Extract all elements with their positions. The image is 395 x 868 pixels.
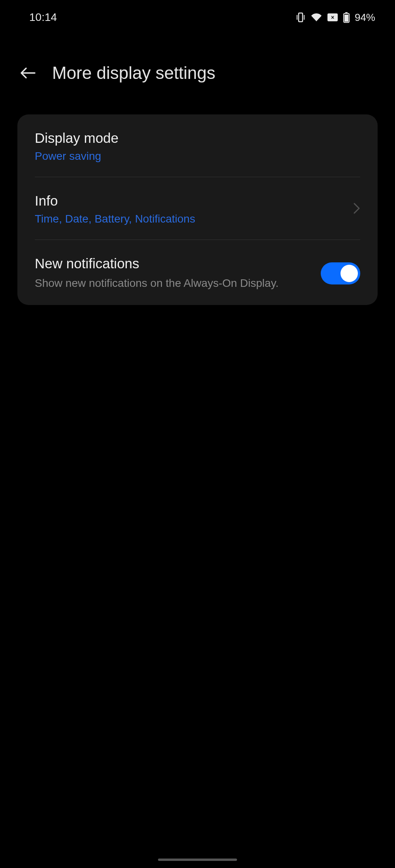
sim-icon: × xyxy=(327,13,338,22)
setting-subtitle: Time, Date, Battery, Notifications xyxy=(35,213,353,225)
setting-text: New notifications Show new notifications… xyxy=(35,256,321,291)
status-icons: × 94% xyxy=(295,11,375,24)
setting-title: Info xyxy=(35,193,353,209)
home-indicator[interactable] xyxy=(158,859,237,861)
setting-title: Display mode xyxy=(35,130,360,146)
status-time: 10:14 xyxy=(29,11,57,24)
vibrate-icon xyxy=(295,12,306,23)
arrow-left-icon xyxy=(20,64,37,82)
chevron-right-icon xyxy=(353,202,360,216)
setting-subtitle: Power saving xyxy=(35,150,360,163)
setting-new-notifications[interactable]: New notifications Show new notifications… xyxy=(17,240,378,305)
svg-text:×: × xyxy=(331,14,334,21)
setting-text: Info Time, Date, Battery, Notifications xyxy=(35,193,353,225)
settings-card: Display mode Power saving Info Time, Dat… xyxy=(17,114,378,305)
setting-info[interactable]: Info Time, Date, Battery, Notifications xyxy=(17,177,378,239)
notifications-toggle[interactable] xyxy=(321,262,360,284)
toggle-thumb xyxy=(340,265,358,282)
header: More display settings xyxy=(0,32,395,103)
back-button[interactable] xyxy=(20,64,37,82)
setting-display-mode[interactable]: Display mode Power saving xyxy=(17,114,378,177)
svg-rect-0 xyxy=(299,13,303,22)
setting-text: Display mode Power saving xyxy=(35,130,360,163)
svg-rect-5 xyxy=(344,15,348,22)
setting-subtitle: Show new notifications on the Always-On … xyxy=(35,275,280,291)
wifi-icon xyxy=(310,13,322,22)
svg-rect-4 xyxy=(345,12,348,13)
battery-icon xyxy=(343,12,350,23)
status-bar: 10:14 × 94% xyxy=(0,0,395,32)
battery-percent: 94% xyxy=(355,11,375,24)
page-title: More display settings xyxy=(52,63,215,83)
setting-title: New notifications xyxy=(35,256,321,271)
